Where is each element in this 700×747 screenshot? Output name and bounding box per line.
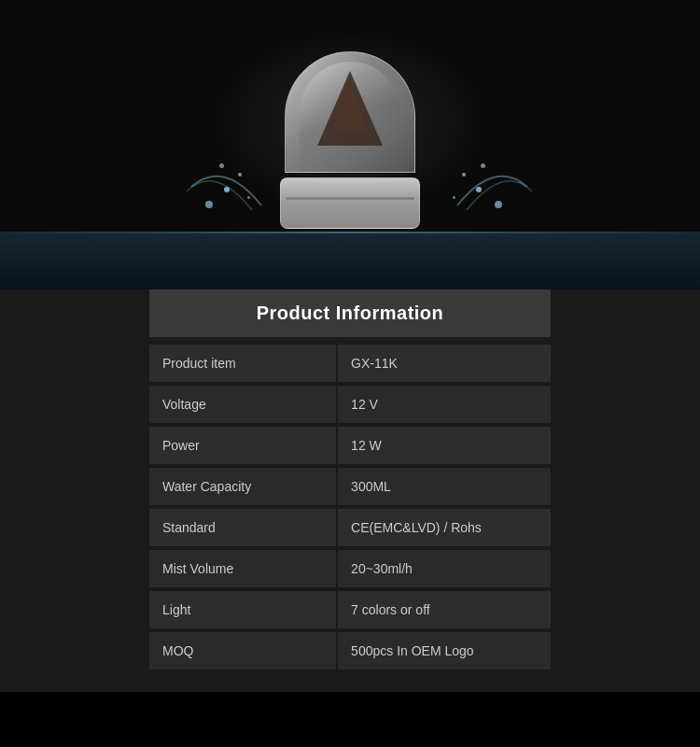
hero-section — [0, 0, 700, 289]
row-label: Water Capacity — [149, 468, 338, 505]
row-label: Product item — [149, 345, 338, 382]
row-value: 20~30ml/h — [338, 550, 551, 587]
product-image — [266, 51, 434, 257]
row-value: 7 colors or off — [338, 591, 551, 628]
row-label: Voltage — [149, 386, 338, 423]
row-value: 300ML — [338, 468, 551, 505]
row-label: MOQ — [149, 632, 338, 669]
row-label: Power — [149, 427, 338, 464]
row-value: GX-11K — [338, 345, 551, 382]
table-row: Mist Volume20~30ml/h — [149, 550, 551, 587]
row-value: 12 W — [338, 427, 551, 464]
table-row: MOQ500pcs In OEM Logo — [149, 632, 551, 669]
row-value: CE(EMC&LVD) / Rohs — [338, 509, 551, 546]
table-row: StandardCE(EMC&LVD) / Rohs — [149, 509, 551, 546]
info-table: Product itemGX-11KVoltage12 VPower12 WWa… — [149, 345, 551, 669]
table-header-text: Product Information — [257, 303, 444, 323]
row-label: Standard — [149, 509, 338, 546]
product-info-section: Product Information Product itemGX-11KVo… — [0, 289, 700, 692]
row-label: Mist Volume — [149, 550, 338, 587]
row-label: Light — [149, 591, 338, 628]
table-row: Light7 colors or off — [149, 591, 551, 628]
water-below — [0, 232, 700, 289]
table-row: Water Capacity300ML — [149, 468, 551, 505]
row-value: 12 V — [338, 386, 551, 423]
table-header: Product Information — [149, 289, 551, 337]
row-value: 500pcs In OEM Logo — [338, 632, 551, 669]
table-row: Voltage12 V — [149, 386, 551, 423]
table-row: Product itemGX-11K — [149, 345, 551, 382]
table-row: Power12 W — [149, 427, 551, 464]
